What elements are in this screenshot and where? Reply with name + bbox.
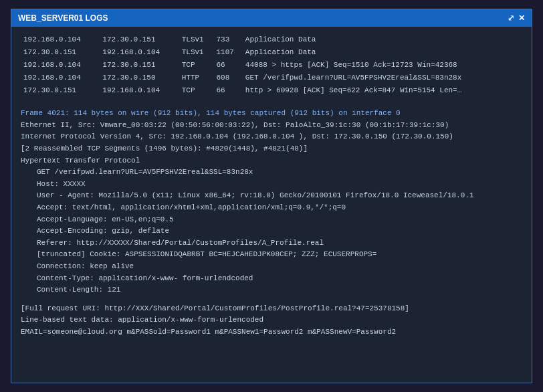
title-bar: WEB_SERVER01 LOGS ⤢ ✕ <box>11 9 532 27</box>
log-cell-info: GET /verifpwd.learn?URL=AV5FPSHV2Ereal&S… <box>243 72 522 84</box>
log-cell-dst_ip: 192.168.0.104 <box>100 46 179 59</box>
log-cell-dst_ip: 172.30.0.151 <box>100 59 179 72</box>
log-cell-dst_ip: 192.168.0.104 <box>100 84 179 97</box>
http-detail-line: Content-Type: application/x-www- form-ur… <box>21 273 522 285</box>
table-row: 192.168.0.104172.30.0.151TLSv1733Applica… <box>21 33 522 46</box>
log-cell-size: 66 <box>213 84 242 97</box>
log-cell-size: 733 <box>213 33 242 46</box>
main-window: WEB_SERVER01 LOGS ⤢ ✕ 192.168.0.104172.3… <box>11 9 532 383</box>
log-cell-size: 66 <box>213 59 242 72</box>
log-cell-protocol: TCP <box>179 84 214 97</box>
log-cell-size: 1107 <box>213 46 242 59</box>
table-row: 192.168.0.104172.30.0.151TCP6644088 > ht… <box>21 59 522 72</box>
log-cell-protocol: HTTP <box>179 72 214 84</box>
http-detail-line: User - Agent: Mozilla/5.0 (x11; Linux x8… <box>21 190 522 202</box>
http-detail-line: Connection: keep alive <box>21 261 522 273</box>
log-table: 192.168.0.104172.30.0.151TLSv1733Applica… <box>21 33 522 97</box>
http-detail-line: Accept-Encoding: gzip, deflate <box>21 225 522 237</box>
http-label: Hypertext Transfer Protocol <box>21 155 522 167</box>
log-cell-info: 44088 > https [ACK] Seq=1510 Ack=12723 W… <box>243 59 522 72</box>
title-bar-controls: ⤢ ✕ <box>508 13 525 23</box>
log-cell-protocol: TLSv1 <box>179 46 214 59</box>
line-based: Line-based text data: application/x-www-… <box>21 314 522 326</box>
log-content: 192.168.0.104172.30.0.151TLSv1733Applica… <box>11 27 532 383</box>
log-cell-size: 608 <box>213 72 242 84</box>
log-cell-src_ip: 172.30.0.151 <box>21 84 100 97</box>
detail-section: Frame 4021: 114 bytes on wire (912 bits)… <box>21 108 522 338</box>
log-cell-dst_ip: 172.30.0.151 <box>100 33 179 46</box>
table-row: 192.168.0.104172.30.0.150HTTP608GET /ver… <box>21 72 522 84</box>
http-detail-line: Accept-Language: en-US,en;q=0.5 <box>21 214 522 226</box>
http-detail-line: GET /verifpwd.learn?URL=AV5FPSHV2Ereal&S… <box>21 167 522 179</box>
log-cell-info: Application Data <box>243 33 522 46</box>
http-detail-line: Referer: http://XXXXX/Shared/Portal/Cust… <box>21 237 522 250</box>
http-detail-line: Accept: text/html, application/xhtml+xml… <box>21 202 522 214</box>
log-cell-src_ip: 172.30.0.151 <box>21 46 100 59</box>
log-cell-protocol: TCP <box>179 59 214 72</box>
log-cell-info: Application Data <box>243 46 522 59</box>
log-cell-info: http > 60928 [ACK] Seq=622 Ack=847 Win=5… <box>243 84 522 97</box>
http-detail-line: Content-Length: 121 <box>21 284 522 296</box>
email-data: EMAIL=someone@cloud.org m&PASSold=Passwo… <box>21 326 522 338</box>
http-detail-line: Host: XXXXX <box>21 179 522 191</box>
table-row: 172.30.0.151192.168.0.104TCP66http > 609… <box>21 84 522 97</box>
ip-line: Internet Protocol Version 4, Src: 192.16… <box>21 131 522 143</box>
log-cell-src_ip: 192.168.0.104 <box>21 59 100 72</box>
window-title: WEB_SERVER01 LOGS <box>18 13 108 23</box>
log-cell-protocol: TLSv1 <box>179 33 214 46</box>
log-cell-src_ip: 192.168.0.104 <box>21 72 100 84</box>
log-cell-dst_ip: 172.30.0.150 <box>100 72 179 84</box>
http-detail-line: [truncated] Cookie: ASPSESSIONIDQABRBT B… <box>21 249 522 261</box>
ethernet-line: Ethernet II, Src: Vmware_00:03:22 (00:50… <box>21 120 522 132</box>
tcp-reassembled-line: [2 Reassembled TCP Segments (1496 bytes)… <box>21 143 522 155</box>
full-request-uri: [Full request URI: http://XXX/Shared/Por… <box>21 303 522 315</box>
close-button[interactable]: ✕ <box>518 13 525 23</box>
frame-line: Frame 4021: 114 bytes on wire (912 bits)… <box>21 108 522 120</box>
maximize-button[interactable]: ⤢ <box>508 13 514 23</box>
log-cell-src_ip: 192.168.0.104 <box>21 33 100 46</box>
table-row: 172.30.0.151192.168.0.104TLSv11107Applic… <box>21 46 522 59</box>
